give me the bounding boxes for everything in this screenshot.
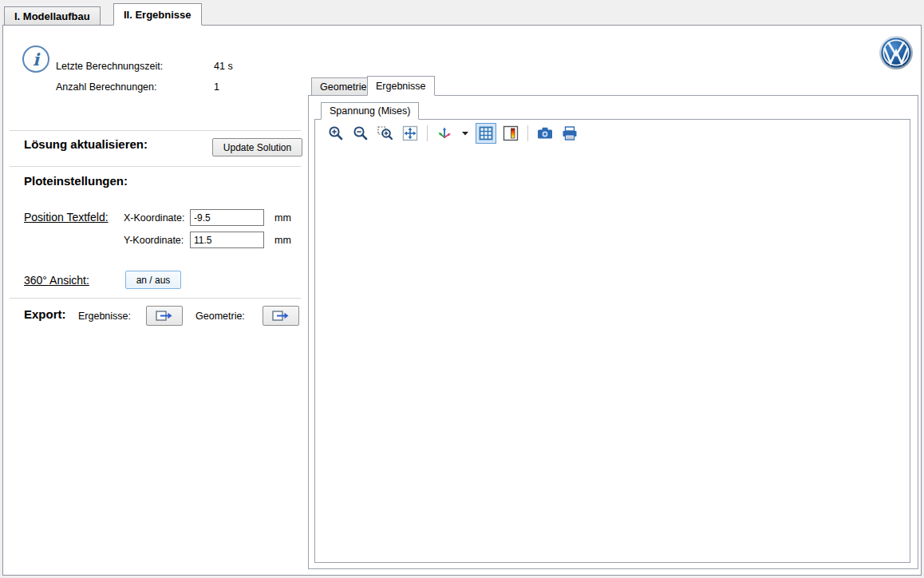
tab-geometrie[interactable]: Geometrie [311, 77, 375, 95]
tab-ergebnisse-label: II. Ergebnisse [124, 9, 192, 21]
tab-results-label: Ergebnisse [376, 81, 426, 92]
divider [10, 166, 301, 167]
toolbar-separator [427, 125, 428, 141]
export-icon [156, 310, 173, 322]
export-results-button[interactable] [146, 306, 183, 326]
export-geometry-label: Geometrie: [195, 311, 245, 322]
export-heading: Export: [24, 307, 66, 321]
tab-spannung-mises-label: Spannung (Mises) [330, 105, 410, 117]
x-coordinate-label: X-Koordinate: [124, 212, 184, 224]
view360-label: 360° Ansicht: [24, 274, 89, 287]
toolbar-separator [527, 125, 528, 141]
grid-toggle-icon[interactable] [476, 123, 496, 144]
x-coordinate-input[interactable] [190, 209, 264, 226]
plot-tab-content [314, 119, 910, 563]
view-orientation-icon[interactable] [434, 123, 455, 144]
export-icon [272, 310, 290, 322]
plot-settings-heading: Ploteinstellungen: [24, 174, 128, 188]
export-geometry-button[interactable] [263, 306, 299, 326]
volkswagen-logo-icon [878, 34, 914, 71]
zoom-box-icon[interactable] [375, 123, 396, 144]
tab-results[interactable]: Ergebnisse [367, 76, 435, 96]
computation-count-value: 1 [214, 81, 219, 93]
update-solution-heading: Lösung aktualisieren: [24, 137, 148, 151]
y-coordinate-label: Y-Koordinate: [124, 235, 184, 246]
tab-modellaufbau[interactable]: I. Modellaufbau [4, 6, 101, 25]
y-coordinate-input[interactable] [190, 232, 264, 248]
divider [10, 298, 301, 299]
color-legend-icon[interactable] [500, 123, 521, 144]
plot-toolbar [326, 122, 580, 144]
app-window: I. Modellaufbau II. Ergebnisse i Letzte … [0, 0, 924, 578]
print-icon[interactable] [559, 123, 580, 144]
zoom-extents-icon[interactable] [400, 123, 421, 144]
view360-toggle-button[interactable]: an / aus [125, 271, 181, 289]
zoom-out-icon[interactable] [350, 123, 371, 144]
x-coordinate-unit: mm [274, 212, 291, 224]
zoom-in-icon[interactable] [326, 123, 346, 144]
tab-geometrie-label: Geometrie [320, 81, 366, 93]
last-computation-value: 41 s [214, 61, 233, 72]
tab-modellaufbau-label: I. Modellaufbau [14, 10, 90, 22]
y-coordinate-unit: mm [274, 235, 291, 246]
last-computation-label: Letzte Berechnungszeit: [56, 61, 163, 72]
info-icon: i [22, 46, 49, 73]
position-textfield-label: Position Textfeld: [24, 211, 109, 224]
snapshot-camera-icon[interactable] [535, 123, 555, 144]
tab-page-content: i Letzte Berechnungszeit: 41 s Anzahl Be… [2, 25, 922, 576]
update-solution-button[interactable]: Update Solution [212, 138, 302, 156]
computation-count-label: Anzahl Berechnungen: [56, 81, 156, 93]
export-results-label: Ergebnisse: [78, 311, 131, 322]
tab-ergebnisse[interactable]: II. Ergebnisse [113, 3, 202, 26]
tab-spannung-mises[interactable]: Spannung (Mises) [321, 102, 419, 120]
divider [10, 130, 301, 131]
view-orientation-dropdown-icon[interactable] [459, 123, 472, 144]
